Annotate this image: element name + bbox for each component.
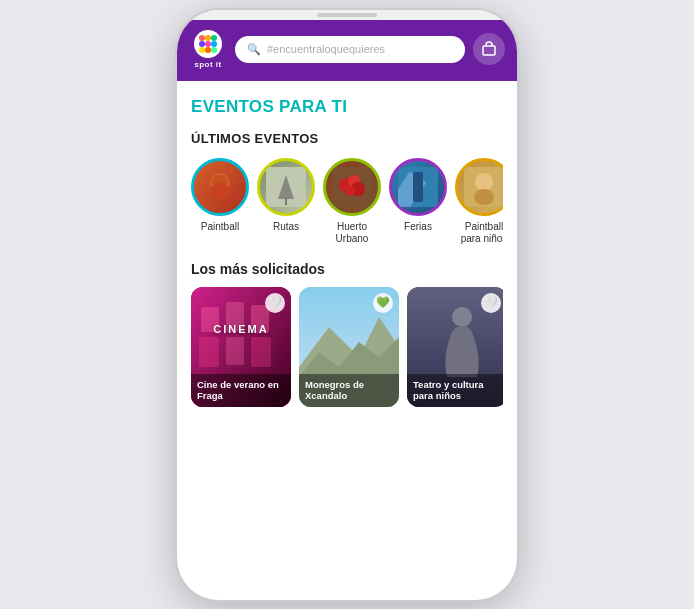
event-label-rutas: Rutas xyxy=(273,221,299,233)
event-circle-ferias xyxy=(389,158,447,216)
svg-point-1 xyxy=(205,35,211,41)
huerto-img xyxy=(332,167,372,207)
event-circle-paintball xyxy=(191,158,249,216)
svg-point-26 xyxy=(475,173,493,191)
svg-point-8 xyxy=(211,47,217,53)
card-heart-teatro[interactable]: 🤍 xyxy=(481,293,501,313)
svg-point-27 xyxy=(474,189,494,205)
event-circle-inner-rutas xyxy=(260,161,312,213)
logo-circle xyxy=(194,30,222,58)
svg-point-4 xyxy=(205,41,211,47)
event-circle-paintball2 xyxy=(455,158,503,216)
event-circle-inner-paintball xyxy=(194,161,246,213)
svg-rect-33 xyxy=(199,337,219,367)
cards-row: CINEMA 🤍 Cine de verano en Fraga xyxy=(191,287,503,407)
event-label-paintball-ninos: Paintball para niños xyxy=(461,221,503,245)
event-circle-inner-paintball2 xyxy=(458,161,503,213)
paintball2-img xyxy=(464,167,503,207)
paintball-img xyxy=(200,167,240,207)
main-title: EVENTOS PARA TI xyxy=(191,97,503,117)
card-label-teatro: Teatro y cultura para niños xyxy=(407,374,503,407)
phone-content: spot it 🔍 #encuentraloquequieres EVENTOS… xyxy=(177,20,517,600)
phone-shell: spot it 🔍 #encuentraloquequieres EVENTOS… xyxy=(177,10,517,600)
svg-rect-9 xyxy=(483,46,495,55)
event-item-paintball-ninos[interactable]: Paintball para niños xyxy=(455,158,503,245)
event-label-ferias: Ferias xyxy=(404,221,432,233)
logo-icon xyxy=(197,33,219,55)
cinema-text-overlay: CINEMA xyxy=(213,323,268,335)
card-cinema[interactable]: CINEMA 🤍 Cine de verano en Fraga xyxy=(191,287,291,407)
logo-text: spot it xyxy=(194,60,222,69)
event-item-ferias[interactable]: Ferias xyxy=(389,158,447,245)
event-item-rutas[interactable]: Rutas xyxy=(257,158,315,245)
svg-rect-34 xyxy=(226,337,244,365)
event-item-paintball[interactable]: Paintball xyxy=(191,158,249,245)
logo-area: spot it xyxy=(189,30,227,69)
rutas-img xyxy=(266,167,306,207)
svg-point-6 xyxy=(199,47,205,53)
search-icon: 🔍 xyxy=(247,43,261,56)
svg-point-5 xyxy=(211,41,217,47)
svg-point-7 xyxy=(205,47,211,53)
svg-point-0 xyxy=(199,35,205,41)
phone-wrapper: spot it 🔍 #encuentraloquequieres EVENTOS… xyxy=(177,10,517,600)
svg-point-40 xyxy=(452,307,472,327)
search-placeholder-text: #encuentraloquequieres xyxy=(267,43,385,55)
card-monegros[interactable]: 💚 Monegros de Xcandalo xyxy=(299,287,399,407)
latest-events-title: ÚLTIMOS EVENTOS xyxy=(191,131,503,146)
event-circle-huerto xyxy=(323,158,381,216)
svg-point-3 xyxy=(199,41,205,47)
most-requested-title: Los más solicitados xyxy=(191,261,503,277)
event-circle-rutas xyxy=(257,158,315,216)
event-label-huerto: Huerto Urbano xyxy=(336,221,369,245)
event-circle-inner-huerto xyxy=(326,161,378,213)
search-bar[interactable]: 🔍 #encuentraloquequieres xyxy=(235,36,465,63)
main-content: EVENTOS PARA TI ÚLTIMOS EVENTOS xyxy=(177,81,517,600)
phone-top-bar xyxy=(177,10,517,20)
header-cart-icon[interactable] xyxy=(473,33,505,65)
event-item-huerto[interactable]: Huerto Urbano xyxy=(323,158,381,245)
app-header: spot it 🔍 #encuentraloquequieres xyxy=(177,20,517,81)
card-label-cinema: Cine de verano en Fraga xyxy=(191,374,291,407)
card-label-monegros: Monegros de Xcandalo xyxy=(299,374,399,407)
card-teatro[interactable]: 🤍 Teatro y cultura para niños xyxy=(407,287,503,407)
event-label-paintball: Paintball xyxy=(201,221,239,233)
card-heart-cinema[interactable]: 🤍 xyxy=(265,293,285,313)
svg-point-21 xyxy=(345,186,355,196)
svg-point-2 xyxy=(211,35,217,41)
svg-rect-35 xyxy=(251,337,271,367)
event-circle-inner-ferias xyxy=(392,161,444,213)
card-heart-monegros[interactable]: 💚 xyxy=(373,293,393,313)
ferias-img xyxy=(398,167,438,207)
events-row: Paintball Rutas xyxy=(191,158,503,245)
svg-rect-24 xyxy=(413,172,423,202)
svg-rect-16 xyxy=(285,197,287,205)
svg-point-13 xyxy=(210,183,230,199)
cart-svg xyxy=(481,41,497,57)
